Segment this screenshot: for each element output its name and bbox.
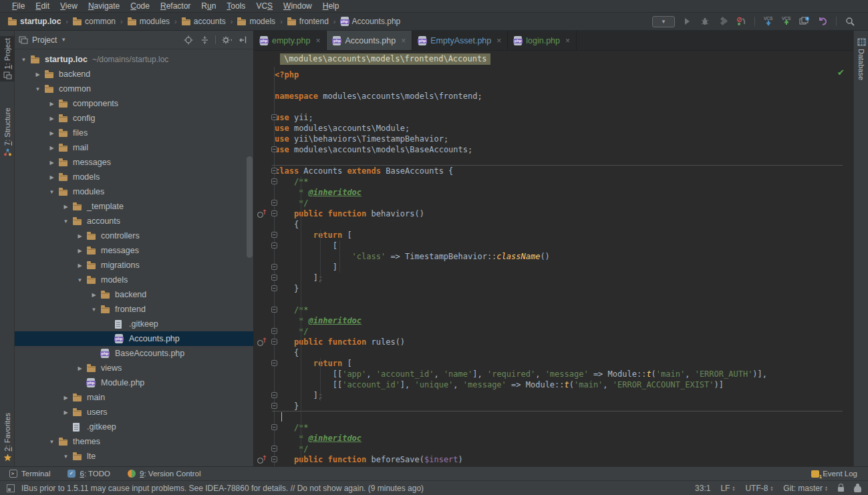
code-line[interactable]: /** bbox=[275, 305, 853, 315]
code-line[interactable]: public function beforeSave($insert) bbox=[275, 454, 853, 465]
tree-expanded-arrow-icon[interactable]: ▼ bbox=[31, 86, 45, 92]
fold-end-icon[interactable]: − bbox=[271, 285, 277, 291]
code-line[interactable] bbox=[275, 294, 853, 305]
line-separator-widget[interactable]: LF▲▼ bbox=[720, 484, 735, 493]
code-line[interactable]: /** bbox=[275, 422, 853, 433]
toolwindow-button-9-version-control[interactable]: 9: Version Control bbox=[128, 470, 200, 478]
status-message[interactable]: IBus prior to 1.5.11 may cause input pro… bbox=[21, 484, 424, 493]
tree-expanded-arrow-icon[interactable]: ▼ bbox=[17, 57, 31, 63]
toolwindow-toggle-icon[interactable] bbox=[7, 484, 15, 492]
tree-collapsed-arrow-icon[interactable]: ▶ bbox=[87, 292, 101, 298]
fold-end-icon[interactable]: − bbox=[271, 264, 277, 270]
project-tree-scrollbar[interactable] bbox=[247, 156, 253, 258]
override-method-icon[interactable] bbox=[257, 338, 267, 346]
toolwindow-button-terminal[interactable]: Terminal bbox=[9, 470, 50, 478]
tree-row-module-php[interactable]: phpModule.php bbox=[15, 375, 253, 390]
tab-close-icon[interactable]: × bbox=[315, 36, 320, 45]
tree-collapsed-arrow-icon[interactable]: ▶ bbox=[31, 71, 45, 77]
tab-close-icon[interactable]: × bbox=[496, 36, 501, 45]
editor-tab-emptyasset-php[interactable]: phpEmptyAsset.php× bbox=[412, 31, 508, 50]
code-line[interactable]: [ bbox=[275, 240, 853, 251]
tree-row-accounts[interactable]: ▼accounts bbox=[15, 214, 253, 228]
rollback-icon[interactable] bbox=[817, 15, 829, 27]
tab-close-icon[interactable]: × bbox=[401, 36, 406, 45]
tree-row-common[interactable]: ▼common bbox=[15, 81, 253, 96]
menu-file[interactable]: File bbox=[7, 0, 30, 12]
tree-row-migrations[interactable]: ▶migrations bbox=[15, 258, 253, 273]
code-line[interactable]: <?php bbox=[275, 69, 853, 80]
code-line[interactable]: ]; bbox=[275, 273, 853, 283]
breadcrumb-item-models[interactable]: models bbox=[236, 16, 277, 27]
breadcrumb-item-startup-loc[interactable]: startup.loc bbox=[7, 16, 62, 27]
code-line[interactable]: */ bbox=[275, 326, 853, 337]
stripe-button-2-favorites[interactable]: 2: Favorites bbox=[0, 411, 15, 464]
code-line[interactable]: use yii; bbox=[275, 112, 853, 123]
fold-start-icon[interactable]: − bbox=[271, 424, 277, 430]
code-line[interactable]: ]; bbox=[275, 390, 853, 401]
menu-view[interactable]: View bbox=[55, 0, 83, 12]
code-line[interactable]: public function behaviors() bbox=[275, 208, 853, 219]
tree-collapsed-arrow-icon[interactable]: ▶ bbox=[45, 160, 59, 166]
run-icon[interactable] bbox=[681, 15, 693, 27]
tree-row-modules[interactable]: ▼modules bbox=[15, 184, 253, 199]
fold-start-icon[interactable]: − bbox=[271, 168, 277, 174]
event-log-button[interactable]: 1 Event Log bbox=[811, 470, 857, 478]
tree-row-main[interactable]: ▶main bbox=[15, 390, 253, 405]
fold-end-icon[interactable]: − bbox=[271, 328, 277, 334]
code-editor[interactable]: −−−−−−−−−−−−−−−−−−−− <?php namespace mod… bbox=[254, 67, 853, 466]
recent-changes-icon[interactable] bbox=[799, 15, 811, 27]
tree-row--gitkeep[interactable]: .gitkeep bbox=[15, 420, 253, 434]
code-line[interactable]: * @inheritdoc bbox=[275, 187, 853, 198]
fold-start-icon[interactable]: − bbox=[271, 178, 277, 184]
tree-row-files[interactable]: ▶files bbox=[15, 126, 253, 140]
fold-end-icon[interactable]: − bbox=[271, 146, 277, 152]
editor-tab-login-php[interactable]: phplogin.php× bbox=[508, 31, 577, 50]
vcs-update-icon[interactable]: VCS bbox=[762, 15, 774, 27]
tree-row-frontend[interactable]: ▼frontend bbox=[15, 302, 253, 317]
tree-collapsed-arrow-icon[interactable]: ▶ bbox=[45, 101, 59, 107]
menu-code[interactable]: Code bbox=[125, 0, 155, 12]
tree-expanded-arrow-icon[interactable]: ▼ bbox=[45, 189, 59, 195]
code-line[interactable]: class Accounts extends BaseAccounts { bbox=[275, 166, 853, 176]
search-icon[interactable] bbox=[844, 15, 856, 27]
gear-settings-icon[interactable] bbox=[221, 35, 232, 45]
breadcrumb-item-accounts[interactable]: accounts bbox=[180, 16, 227, 27]
fold-start-icon[interactable]: − bbox=[271, 242, 277, 249]
tree-collapsed-arrow-icon[interactable]: ▶ bbox=[45, 130, 59, 136]
menu-navigate[interactable]: Navigate bbox=[83, 0, 125, 12]
tree-collapsed-arrow-icon[interactable]: ▶ bbox=[59, 409, 73, 416]
tree-row-components[interactable]: ▶components bbox=[15, 96, 253, 111]
encoding-widget[interactable]: UTF-8▲▼ bbox=[745, 484, 773, 493]
toolwindow-button-6-todo[interactable]: 6: TODO bbox=[67, 470, 110, 478]
tree-collapsed-arrow-icon[interactable]: ▶ bbox=[45, 116, 59, 122]
debug-icon[interactable] bbox=[699, 15, 711, 27]
tree-expanded-arrow-icon[interactable]: ▼ bbox=[59, 218, 73, 224]
tree-row-messages[interactable]: ▶messages bbox=[15, 243, 253, 258]
tree-row-baseaccounts-php[interactable]: phpBaseAccounts.php bbox=[15, 346, 253, 361]
tree-expanded-arrow-icon[interactable]: ▼ bbox=[45, 439, 59, 445]
project-view-dropdown[interactable]: Project ▼ bbox=[19, 35, 66, 45]
code-line[interactable]: */ bbox=[275, 444, 853, 454]
code-line[interactable] bbox=[275, 102, 853, 112]
code-line[interactable]: [['account_id'], 'unique', 'message' => … bbox=[275, 379, 853, 390]
tree-row--gitkeep[interactable]: .gitkeep bbox=[15, 317, 253, 331]
code-line[interactable]: * @inheritdoc bbox=[275, 315, 853, 326]
code-line[interactable]: use modules\accounts\Module; bbox=[275, 123, 853, 134]
code-line[interactable]: use modules\accounts\models\BaseAccounts… bbox=[275, 144, 853, 155]
breadcrumb-item-accounts-php[interactable]: phpAccounts.php bbox=[339, 16, 402, 27]
breadcrumb-item-modules[interactable]: modules bbox=[126, 16, 171, 27]
code-line[interactable]: return [ bbox=[275, 230, 853, 240]
tree-row-models[interactable]: ▶models bbox=[15, 170, 253, 184]
menu-run[interactable]: Run bbox=[196, 0, 221, 12]
code-line[interactable]: public function rules() bbox=[275, 337, 853, 347]
editor-tab-accounts-php[interactable]: phpAccounts.php× bbox=[327, 31, 412, 50]
code-line[interactable]: ] bbox=[275, 262, 853, 273]
tree-row-accounts-php[interactable]: phpAccounts.php bbox=[15, 331, 253, 346]
tree-expanded-arrow-icon[interactable]: ▼ bbox=[73, 277, 87, 283]
code-line[interactable] bbox=[275, 155, 853, 166]
code-line[interactable]: use yii\behaviors\TimestampBehavior; bbox=[275, 134, 853, 144]
code-line[interactable]: 'class' => TimestampBehavior::className(… bbox=[275, 251, 853, 262]
override-method-icon[interactable] bbox=[257, 210, 267, 218]
code-line[interactable]: * @inheritdoc bbox=[275, 433, 853, 444]
fold-end-icon[interactable]: − bbox=[271, 446, 277, 452]
